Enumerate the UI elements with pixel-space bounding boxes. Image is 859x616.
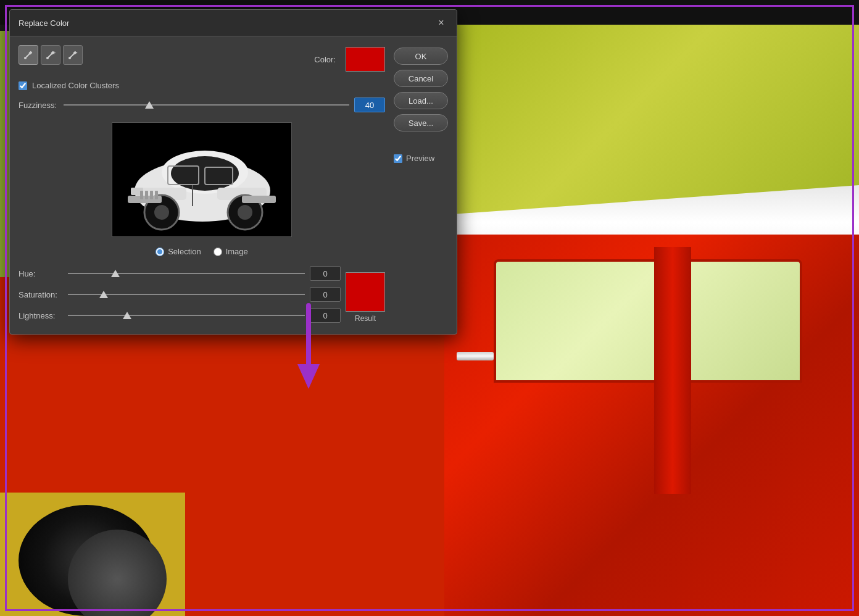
save-button[interactable]: Save... <box>394 114 448 131</box>
eyedropper-icon <box>23 49 34 60</box>
color-swatch[interactable] <box>346 47 385 72</box>
lightness-label: Lightness: <box>19 311 63 320</box>
image-label: Image <box>226 247 248 256</box>
radio-row: Selection Image <box>19 247 385 256</box>
fuzziness-slider-container <box>64 98 349 112</box>
result-swatch[interactable] <box>346 272 385 312</box>
svg-point-5 <box>46 57 49 59</box>
dialog-overlay: Replace Color × <box>9 9 457 335</box>
dialog-title: Replace Color <box>19 19 69 28</box>
svg-point-18 <box>154 205 169 220</box>
preview-area <box>19 122 385 237</box>
bg-handle <box>457 352 494 360</box>
lightness-input[interactable]: 0 <box>310 308 341 323</box>
ok-button[interactable]: OK <box>394 48 448 65</box>
lightness-row: Lightness: 0 <box>19 308 341 323</box>
saturation-thumb[interactable] <box>99 291 108 298</box>
fuzziness-row: Fuzziness: 40 <box>19 98 385 112</box>
svg-rect-29 <box>150 191 153 199</box>
localized-clusters-row: Localized Color Clusters <box>19 81 385 90</box>
lightness-thumb[interactable] <box>123 312 131 319</box>
lightness-slider <box>68 308 305 323</box>
bg-window <box>494 259 802 383</box>
svg-point-20 <box>238 205 252 220</box>
spacer <box>394 136 448 146</box>
saturation-slider <box>68 287 305 302</box>
eyedropper-minus-icon: − <box>67 49 78 60</box>
localized-clusters-label[interactable]: Localized Color Clusters <box>32 81 119 90</box>
saturation-label: Saturation: <box>19 290 63 299</box>
eyedropper-plus-icon: + <box>45 49 56 60</box>
cancel-button[interactable]: Cancel <box>394 70 448 87</box>
lightness-track <box>68 315 305 316</box>
fuzziness-input[interactable]: 40 <box>354 98 385 112</box>
selection-label: Selection <box>168 247 201 256</box>
preview-checkbox[interactable] <box>394 154 402 163</box>
saturation-input[interactable]: 0 <box>310 287 341 302</box>
svg-point-9 <box>68 57 71 59</box>
svg-rect-28 <box>145 191 148 199</box>
dialog-body: + − <box>10 36 457 334</box>
bg-pillar <box>654 247 691 494</box>
left-panel: + − <box>19 45 385 325</box>
svg-rect-22 <box>242 196 276 203</box>
saturation-row: Saturation: 0 <box>19 287 341 302</box>
hue-thumb[interactable] <box>111 270 120 277</box>
sliders-area: Hue: 0 Saturation: <box>19 266 341 323</box>
hue-slider <box>68 266 305 281</box>
fuzziness-track <box>64 104 349 106</box>
svg-text:+: + <box>52 50 56 56</box>
preview-checkbox-label[interactable]: Preview <box>406 154 434 163</box>
svg-rect-30 <box>155 191 158 199</box>
load-button[interactable]: Load... <box>394 92 448 109</box>
close-button[interactable]: × <box>434 16 448 30</box>
svg-text:−: − <box>74 49 78 56</box>
bw-car-svg <box>112 123 292 237</box>
fuzziness-label: Fuzziness: <box>19 101 59 110</box>
eyedropper-button[interactable] <box>19 45 38 65</box>
color-label: Color: <box>314 55 336 64</box>
image-option[interactable]: Image <box>214 247 248 256</box>
eyedropper-minus-button[interactable]: − <box>63 45 83 65</box>
selection-option[interactable]: Selection <box>156 247 201 256</box>
result-label: Result <box>355 314 376 323</box>
tools-row: + − <box>19 45 83 65</box>
hue-row: Hue: 0 <box>19 266 341 281</box>
hue-label: Hue: <box>19 269 63 278</box>
localized-clusters-checkbox[interactable] <box>19 81 27 90</box>
tools-color-row: + − <box>19 45 385 73</box>
hue-track <box>68 273 305 274</box>
result-side: Result <box>346 266 385 323</box>
eyedropper-plus-button[interactable]: + <box>41 45 60 65</box>
color-section: Color: <box>314 47 385 72</box>
right-panel: OK Cancel Load... Save... Preview <box>394 45 448 325</box>
svg-point-2 <box>24 57 27 59</box>
dialog-titlebar: Replace Color × <box>10 10 457 36</box>
fuzziness-thumb[interactable] <box>145 101 154 109</box>
preview-image <box>112 122 292 237</box>
selection-radio[interactable] <box>156 248 164 256</box>
replace-color-dialog: Replace Color × <box>9 9 457 335</box>
bottom-section: Hue: 0 Saturation: <box>19 266 385 325</box>
preview-checkbox-row: Preview <box>394 154 448 163</box>
hue-input[interactable]: 0 <box>310 266 341 281</box>
bg-tire <box>19 505 154 616</box>
image-radio[interactable] <box>214 248 222 256</box>
svg-rect-27 <box>140 191 143 199</box>
